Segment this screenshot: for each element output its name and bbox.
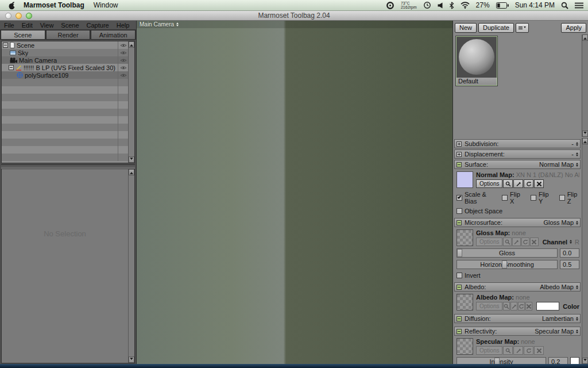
tree-row-polysurface[interactable]: polySurface109 xyxy=(2,71,128,79)
tab-scene[interactable]: Scene xyxy=(1,30,45,40)
dropdown-arrows-icon[interactable] xyxy=(576,151,578,158)
menu-help[interactable]: Help xyxy=(117,22,130,29)
clear-map-button[interactable] xyxy=(534,179,544,188)
slider-handle[interactable] xyxy=(457,249,462,257)
gloss-map-options-button[interactable]: Options xyxy=(476,237,502,246)
scroll-down-button[interactable] xyxy=(129,156,134,163)
expand-icon[interactable] xyxy=(457,141,462,147)
collapse-icon[interactable] xyxy=(457,162,462,167)
menu-file[interactable]: File xyxy=(4,22,14,29)
magnifier-button[interactable] xyxy=(503,302,510,310)
scroll-up-button[interactable] xyxy=(582,138,588,144)
reload-button[interactable] xyxy=(524,346,533,355)
normal-map-thumbnail[interactable] xyxy=(457,171,473,188)
visibility-eye-icon[interactable] xyxy=(118,56,128,64)
albedo-map-options-button[interactable]: Options xyxy=(476,302,502,310)
collapse-icon[interactable] xyxy=(457,329,462,334)
flip-z-checkbox[interactable]: Flip Z xyxy=(559,191,579,205)
apply-material-button[interactable]: Apply xyxy=(561,23,586,33)
collapse-icon[interactable] xyxy=(457,285,462,290)
menu-edit[interactable]: Edit xyxy=(22,22,33,29)
edit-pen-button[interactable] xyxy=(513,346,523,355)
collapse-icon[interactable] xyxy=(3,43,8,48)
visibility-eye-icon[interactable] xyxy=(118,71,128,79)
dropdown-arrows-icon[interactable] xyxy=(576,284,578,290)
notification-center-icon[interactable] xyxy=(575,2,583,9)
section-albedo-header[interactable]: Albedo: Albedo Map xyxy=(454,282,581,292)
horizon-smoothing-value-field[interactable]: 0.5 xyxy=(560,260,579,269)
collapse-icon[interactable] xyxy=(457,220,462,225)
gloss-value-field[interactable]: 0.0 xyxy=(560,248,579,258)
magnifier-button[interactable] xyxy=(503,237,512,246)
3d-viewport[interactable]: Main Camera xyxy=(137,21,452,368)
scroll-up-button[interactable] xyxy=(129,41,134,48)
magnifier-button[interactable] xyxy=(503,179,513,188)
clear-map-button[interactable] xyxy=(525,302,532,310)
window-title-bar[interactable]: Marmoset Toolbag 2.04 xyxy=(0,11,588,21)
expand-icon[interactable] xyxy=(457,152,462,157)
slider-handle[interactable] xyxy=(502,260,507,269)
camera-select-arrows-icon[interactable] xyxy=(176,21,179,28)
sections-scrollbar[interactable] xyxy=(582,138,588,364)
tree-row-main-camera[interactable]: Main Camera xyxy=(2,56,128,64)
menu-scene[interactable]: Scene xyxy=(61,22,79,29)
section-subdivision-header[interactable]: Subdivision: - xyxy=(454,139,581,148)
menubar-item-window[interactable]: Window xyxy=(94,1,118,9)
collapse-icon[interactable] xyxy=(9,65,14,70)
apple-menu-icon[interactable] xyxy=(8,1,16,10)
dropdown-arrows-icon[interactable] xyxy=(576,316,578,322)
horizon-smoothing-slider[interactable]: Horizon Smoothing xyxy=(457,260,558,269)
tab-render[interactable]: Render xyxy=(46,30,91,40)
clear-map-button[interactable] xyxy=(530,237,539,246)
bluetooth-icon[interactable] xyxy=(449,2,454,9)
menu-capture[interactable]: Capture xyxy=(87,22,109,29)
menubar-clock[interactable]: Sun 4:14 PM xyxy=(515,1,555,9)
tree-row-blp[interactable]: !!!!!! B LP (UVS Fixed Scaled 30) xyxy=(2,64,128,71)
section-diffusion-header[interactable]: Diffusion: Lambertian xyxy=(454,314,581,323)
albedo-map-thumbnail[interactable] xyxy=(457,294,473,310)
visibility-eye-icon[interactable] xyxy=(118,64,128,71)
new-material-button[interactable]: New xyxy=(455,23,477,33)
tree-row-sky[interactable]: Sky xyxy=(2,49,128,56)
scroll-up-button[interactable] xyxy=(582,34,588,41)
battery-icon[interactable] xyxy=(496,2,509,9)
section-reflectivity-header[interactable]: Reflectivity: Specular Map xyxy=(454,327,581,336)
edit-pen-button[interactable] xyxy=(510,302,517,310)
menu-view[interactable]: View xyxy=(40,22,54,29)
reload-button[interactable] xyxy=(521,237,530,246)
invert-checkbox[interactable]: Invert xyxy=(457,272,481,279)
channel-arrows-icon[interactable] xyxy=(570,239,572,245)
viewport-camera-label[interactable]: Main Camera xyxy=(140,21,174,28)
volume-icon[interactable] xyxy=(438,2,443,9)
scroll-down-button[interactable] xyxy=(129,356,134,363)
istat-menu-icon[interactable] xyxy=(386,1,394,10)
albedo-color-swatch[interactable] xyxy=(536,302,559,310)
material-menu-button[interactable] xyxy=(516,23,529,33)
edit-pen-button[interactable] xyxy=(513,179,523,188)
specular-map-thumbnail[interactable] xyxy=(457,338,473,355)
section-microsurface-header[interactable]: Microsurface: Gloss Map xyxy=(454,218,581,227)
duplicate-material-button[interactable]: Duplicate xyxy=(478,23,514,33)
scroll-up-button[interactable] xyxy=(129,169,134,175)
wifi-icon[interactable] xyxy=(461,2,470,9)
dropdown-arrows-icon[interactable] xyxy=(576,328,578,335)
channel-value[interactable]: R xyxy=(575,239,579,246)
reload-button[interactable] xyxy=(524,179,533,188)
time-machine-icon[interactable] xyxy=(423,1,431,9)
clear-map-button[interactable] xyxy=(534,346,544,355)
visibility-eye-icon[interactable] xyxy=(118,49,128,56)
reload-button[interactable] xyxy=(518,302,525,310)
collapse-icon[interactable] xyxy=(457,316,462,321)
flip-y-checkbox[interactable]: Flip Y xyxy=(531,191,551,205)
normal-map-options-button[interactable]: Options xyxy=(476,179,502,188)
edit-pen-button[interactable] xyxy=(512,237,521,246)
section-surface-header[interactable]: Surface: Normal Map xyxy=(454,160,581,169)
menubar-app-name[interactable]: Marmoset Toolbag xyxy=(24,1,84,9)
object-space-checkbox[interactable]: Object Space xyxy=(457,208,502,214)
scroll-down-button[interactable] xyxy=(582,131,588,137)
panel-splitter[interactable] xyxy=(1,164,135,168)
scale-bias-checkbox[interactable]: Scale & Bias xyxy=(457,191,494,205)
visibility-eye-icon[interactable] xyxy=(118,41,128,49)
gloss-map-thumbnail[interactable] xyxy=(457,229,473,246)
dropdown-arrows-icon[interactable] xyxy=(576,162,578,168)
